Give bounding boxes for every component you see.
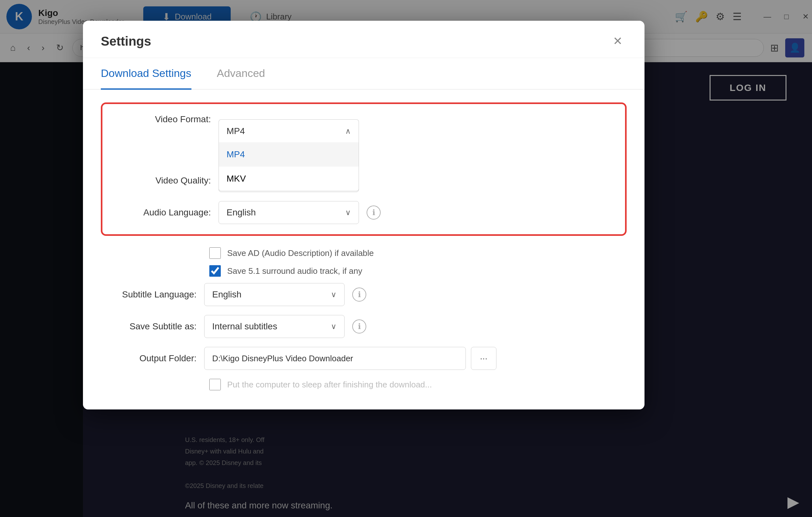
save-subtitle-label: Save Subtitle as: [101,321,197,332]
audio-language-value: English [227,207,256,218]
save-subtitle-dropdown-btn[interactable]: Internal subtitles ∨ [204,315,345,338]
subtitle-language-value: English [212,289,241,300]
dialog-title: Settings [101,34,151,49]
output-folder-input[interactable] [204,347,466,370]
save-subtitle-row: Save Subtitle as: Internal subtitles ∨ ℹ [101,315,627,338]
output-folder-input-wrap: ··· [204,347,496,370]
dialog-header: Settings ✕ [83,21,644,58]
sleep-label: Put the computer to sleep after finishin… [227,380,432,390]
video-format-dropdown-open[interactable]: MP4 ∧ MP4 MKV [219,119,359,191]
subtitle-language-chevron: ∨ [331,290,337,299]
subtitle-language-row: Subtitle Language: English ∨ ℹ [101,283,627,306]
tab-advanced[interactable]: Advanced [217,58,265,90]
save-surround-label: Save 5.1 surround audio track, if any [227,266,362,276]
audio-language-row: Audio Language: English ∨ ℹ [115,201,612,224]
audio-language-chevron: ∨ [345,208,351,217]
save-ad-label: Save AD (Audio Description) if available [227,248,374,258]
save-subtitle-info-icon[interactable]: ℹ [352,319,366,334]
save-subtitle-value: Internal subtitles [212,321,277,332]
save-ad-checkbox[interactable] [209,247,221,259]
option-mp4[interactable]: MP4 [219,142,358,167]
audio-language-dropdown[interactable]: English ∨ [219,201,359,224]
video-format-label: Video Format: [115,114,211,124]
video-quality-label: Video Quality: [115,175,211,186]
save-surround-checkbox[interactable] [209,265,221,277]
output-folder-row: Output Folder: ··· [101,347,627,370]
save-subtitle-chevron: ∨ [331,322,337,331]
subtitle-language-dropdown[interactable]: English ∨ [204,283,345,306]
video-format-section: Video Format: MP4 ∧ MP4 MKV [101,103,627,236]
save-ad-row: Save AD (Audio Description) if available [101,247,627,259]
dialog-close-button[interactable]: ✕ [609,32,627,50]
audio-language-dropdown-btn[interactable]: English ∨ [219,201,359,224]
save-surround-row: Save 5.1 surround audio track, if any [101,265,627,277]
save-subtitle-dropdown[interactable]: Internal subtitles ∨ [204,315,345,338]
video-format-value: MP4 [227,126,245,136]
subtitle-language-info-icon[interactable]: ℹ [352,288,366,301]
video-format-chevron: ∧ [345,127,351,136]
video-quality-row: Video Quality: ∨ [115,169,612,192]
video-format-row: Video Format: MP4 ∧ MP4 MKV [115,114,612,124]
audio-language-info-icon[interactable]: ℹ [367,205,381,220]
subtitle-language-label: Subtitle Language: [101,289,197,300]
settings-dialog: Settings ✕ Download Settings Advanced Vi… [83,21,644,409]
video-format-dropdown-btn[interactable]: MP4 ∧ [219,119,359,142]
dialog-content: Video Format: MP4 ∧ MP4 MKV [83,90,644,390]
output-folder-label: Output Folder: [101,353,197,364]
video-format-dropdown-menu: MP4 MKV [219,142,359,191]
sleep-row: Put the computer to sleep after finishin… [101,379,627,390]
output-folder-browse-button[interactable]: ··· [471,347,496,370]
audio-language-label: Audio Language: [115,207,211,218]
tab-download-settings[interactable]: Download Settings [101,58,192,90]
dialog-tabs: Download Settings Advanced [83,58,644,90]
subtitle-language-dropdown-btn[interactable]: English ∨ [204,283,345,306]
sleep-checkbox[interactable] [209,379,221,390]
option-mkv[interactable]: MKV [219,167,358,191]
